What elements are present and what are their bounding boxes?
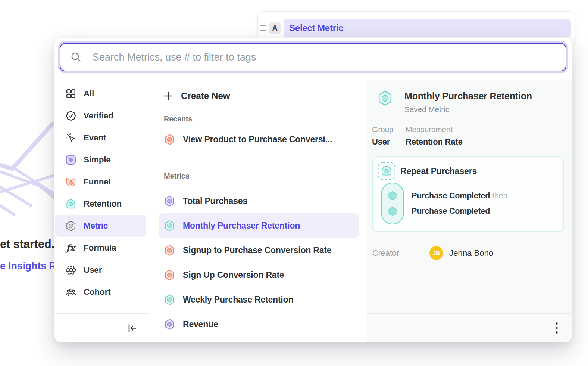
search-bar[interactable] <box>60 43 566 71</box>
sidebar-item-funnel[interactable]: Funnel <box>55 171 146 193</box>
sidebar-footer <box>54 313 150 342</box>
list-item-label: Weekly Purchase Retention <box>183 295 293 305</box>
cohort-people-icon <box>65 286 76 298</box>
grid-icon <box>65 88 76 99</box>
list-item-label: Monthly Purchaser Retention <box>183 221 300 231</box>
sidebar-item-simple[interactable]: Simple <box>55 149 146 171</box>
purple-metric-hexagon-icon <box>164 195 175 207</box>
step-1-event: Purchase Completed <box>412 191 490 200</box>
sidebar-item-user[interactable]: User <box>55 259 146 281</box>
step-connector: then <box>492 191 507 200</box>
event-hexagon-icon <box>387 206 398 217</box>
sidebar-item-label: All <box>84 89 94 99</box>
metric-hexagon-icon <box>65 220 76 232</box>
sidebar-item-label: Metric <box>84 221 108 231</box>
section-divider <box>159 160 359 160</box>
cursor-spark-icon <box>65 132 76 143</box>
sidebar-item-label: Verified <box>84 111 113 121</box>
list-item-monthly-purchaser-retention[interactable]: Monthly Purchaser Retention <box>159 213 359 238</box>
definition-card: Repeat Purchasers Purchase Completedthen <box>372 156 564 232</box>
retention-arch-icon <box>65 198 76 210</box>
sidebar-item-label: Formula <box>84 243 116 253</box>
purple-metric-hexagon-icon <box>164 319 175 330</box>
sidebar-item-event[interactable]: Event <box>55 127 146 149</box>
metric-picker-modal: All Verified Event <box>54 37 572 342</box>
list-item-label: Sign Up Conversion Rate <box>183 270 284 280</box>
measurement-value: Retention Rate <box>406 137 462 147</box>
sidebar-item-formula[interactable]: ƒx Formula <box>55 237 146 259</box>
sidebar-item-metric[interactable]: Metric <box>55 215 146 237</box>
row-letter-badge: A <box>269 22 281 34</box>
search-input[interactable] <box>93 52 566 63</box>
salmon-metric-hexagon-icon <box>164 269 175 281</box>
create-new-label: Create New <box>181 91 230 101</box>
background-headline-fragment: et started. <box>0 238 54 251</box>
group-label: Group <box>372 125 406 134</box>
step-capsule <box>381 183 404 224</box>
creator-name: Jenna Bono <box>449 248 493 258</box>
detail-panel-footer <box>368 313 572 342</box>
list-item-label: Revenue <box>183 319 218 329</box>
formula-fx-icon: ƒx <box>65 242 76 254</box>
sidebar-item-label: User <box>84 265 102 275</box>
drag-handle-icon[interactable] <box>259 25 267 31</box>
creator-label: Creator <box>372 248 429 258</box>
list-item-recent-funnel[interactable]: View Product to Purchase Conversi... <box>159 127 359 152</box>
sidebar-item-verified[interactable]: Verified <box>55 105 146 127</box>
event-hexagon-icon <box>387 190 398 201</box>
funnel-metric-hexagon-icon <box>164 134 175 145</box>
list-item-total-purchases[interactable]: Total Purchases <box>159 189 359 213</box>
teal-metric-hexagon-icon <box>164 294 175 305</box>
group-value: User <box>372 137 406 147</box>
funnel-hexagon-icon <box>65 176 76 187</box>
metric-detail-panel: Monthly Purchaser Retention Saved Metric… <box>367 80 572 342</box>
user-cluster-icon <box>65 264 76 276</box>
decorative-lines-illustration <box>0 122 56 235</box>
svg-text:ƒx: ƒx <box>65 242 76 253</box>
sidebar-item-label: Event <box>84 133 106 143</box>
list-item-sign-up-conversion-rate[interactable]: Sign Up Conversion Rate <box>159 263 359 287</box>
detail-title: Monthly Purchaser Retention <box>404 91 532 102</box>
background-link-fragment[interactable]: e Insights Re <box>0 260 62 272</box>
sidebar-item-label: Simple <box>84 155 111 165</box>
teal-metric-hexagon-icon <box>164 220 175 232</box>
collapse-sidebar-icon[interactable] <box>127 323 137 333</box>
sidebar-item-label: Cohort <box>84 287 111 297</box>
retention-definition-icon <box>377 162 396 180</box>
list-item-label: Total Purchases <box>183 196 247 206</box>
verified-badge-icon <box>65 110 76 121</box>
step-2-event: Purchase Completed <box>412 207 490 215</box>
teal-metric-hexagon-icon-large <box>377 90 393 106</box>
sidebar-item-label: Funnel <box>84 177 111 187</box>
sidebar-item-label: Retention <box>84 199 122 209</box>
type-filter-sidebar: All Verified Event <box>54 80 150 342</box>
metrics-list-column: Create New Recents View Product to Purch… <box>150 80 367 342</box>
text-caret <box>90 50 90 64</box>
select-metric-button[interactable]: Select Metric <box>284 19 571 37</box>
recents-section-label: Recents <box>164 115 359 123</box>
list-item-weekly-purchase-retention[interactable]: Weekly Purchase Retention <box>159 287 359 312</box>
measurement-label: Measurement <box>406 125 462 134</box>
creator-avatar: JB <box>429 246 443 260</box>
definition-name: Repeat Purchasers <box>400 166 477 176</box>
sidebar-item-cohort[interactable]: Cohort <box>55 281 146 303</box>
sidebar-item-all[interactable]: All <box>55 83 146 105</box>
list-item-signup-to-purchase-conversion-rate[interactable]: Signup to Purchase Conversion Rate <box>159 238 359 263</box>
plus-icon <box>163 91 173 101</box>
sidebar-item-retention[interactable]: Retention <box>55 193 146 215</box>
list-item-label: Signup to Purchase Conversion Rate <box>183 245 331 255</box>
list-item-label: View Product to Purchase Conversi... <box>183 134 332 145</box>
search-icon <box>70 51 82 63</box>
list-item-revenue[interactable]: Revenue <box>159 312 359 336</box>
metrics-section-label: Metrics <box>164 172 359 180</box>
create-new-button[interactable]: Create New <box>159 86 359 106</box>
kebab-menu-icon[interactable] <box>554 321 559 335</box>
salmon-metric-hexagon-icon <box>164 245 175 256</box>
detail-subtitle: Saved Metric <box>404 105 532 114</box>
simple-hexagon-icon <box>65 154 76 165</box>
